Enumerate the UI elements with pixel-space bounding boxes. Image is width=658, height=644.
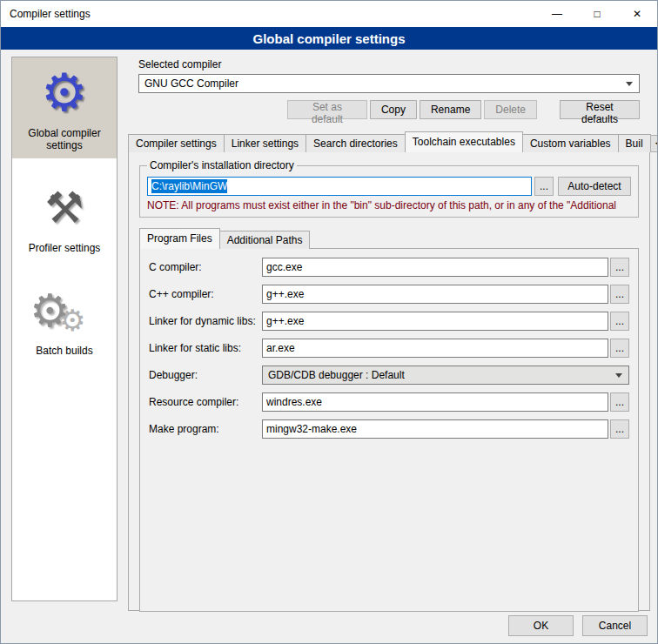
- installation-directory-row: C:\raylib\MinGW ... Auto-detect: [147, 177, 631, 196]
- compiler-buttons-row: Set as default Copy Rename Delete Reset …: [138, 100, 640, 119]
- browse-c-compiler-button[interactable]: ...: [610, 258, 629, 277]
- tab-additional-paths[interactable]: Additional Paths: [219, 231, 311, 249]
- make-program-label: Make program:: [149, 423, 262, 435]
- close-button[interactable]: ✕: [617, 1, 657, 27]
- browse-resource-compiler-button[interactable]: ...: [610, 392, 629, 412]
- profiler-tools-icon: ⚒: [14, 176, 115, 240]
- resource-compiler-input[interactable]: [262, 392, 608, 412]
- tab-custom-variables[interactable]: Custom variables: [522, 134, 619, 152]
- copy-button[interactable]: Copy: [370, 100, 417, 119]
- cpp-compiler-row: C++ compiler: ...: [149, 285, 629, 304]
- sidebar-item-label: Global compiler settings: [14, 125, 115, 151]
- c-compiler-input[interactable]: [262, 258, 608, 277]
- dialog-content: ⚙ Global compiler settings ⚒ Profiler se…: [1, 50, 657, 643]
- installation-directory-group-title: Compiler's installation directory: [147, 159, 297, 171]
- main-panel: Selected compiler GNU GCC Compiler Set a…: [128, 57, 650, 611]
- browse-dynamic-linker-button[interactable]: ...: [610, 312, 629, 331]
- tab-linker-settings[interactable]: Linker settings: [224, 134, 306, 152]
- program-files-tabstrip: Program Files Additional Paths: [139, 228, 639, 249]
- tab-scroll-buttons: ◄ ►: [650, 135, 658, 152]
- set-as-default-button[interactable]: Set as default: [287, 100, 367, 119]
- delete-button[interactable]: Delete: [484, 100, 537, 119]
- installation-directory-group: Compiler's installation directory C:\ray…: [139, 159, 639, 218]
- dialog-footer: OK Cancel: [500, 615, 648, 636]
- window-title: Compiler settings: [1, 8, 91, 20]
- maximize-button[interactable]: □: [577, 1, 617, 27]
- debugger-label: Debugger:: [149, 369, 262, 381]
- auto-detect-button[interactable]: Auto-detect: [558, 177, 631, 196]
- selected-compiler-value: GNU GCC Compiler: [144, 77, 238, 90]
- sidebar-item-label: Batch builds: [14, 343, 115, 357]
- gear-icon: ⚙: [59, 303, 85, 338]
- static-linker-row: Linker for static libs: ...: [149, 339, 629, 358]
- tab-scroll-left-button[interactable]: ◄: [650, 135, 658, 152]
- debugger-row: Debugger: GDB/CDB debugger : Default: [149, 366, 629, 385]
- chevron-down-icon: [626, 82, 633, 86]
- static-linker-input[interactable]: [262, 339, 608, 358]
- cpp-compiler-input[interactable]: [262, 285, 608, 304]
- tab-toolchain-executables[interactable]: Toolchain executables: [405, 131, 523, 152]
- ok-button[interactable]: OK: [508, 615, 574, 636]
- tab-compiler-settings[interactable]: Compiler settings: [128, 134, 225, 152]
- rename-button[interactable]: Rename: [420, 100, 481, 119]
- note-text: NOTE: All programs must exist either in …: [147, 199, 631, 211]
- resource-compiler-label: Resource compiler:: [149, 396, 262, 408]
- sidebar-item-batch-builds[interactable]: ⚙ ⚙ Batch builds: [12, 275, 117, 364]
- cpp-compiler-label: C++ compiler:: [149, 288, 262, 300]
- program-files-panel: C compiler: ... C++ compiler: ... Linker…: [139, 248, 639, 612]
- window-controls: — □ ✕: [537, 1, 657, 27]
- dynamic-linker-input[interactable]: [262, 312, 608, 331]
- c-compiler-row: C compiler: ...: [149, 258, 629, 277]
- installation-directory-input[interactable]: C:\raylib\MinGW: [147, 177, 532, 196]
- chevron-down-icon: [615, 373, 622, 378]
- titlebar: Compiler settings — □ ✕: [1, 1, 657, 27]
- make-program-row: Make program: ...: [149, 419, 629, 439]
- reset-defaults-button[interactable]: Reset defaults: [560, 100, 640, 119]
- minimize-button[interactable]: —: [537, 1, 577, 27]
- settings-tabstrip: Compiler settings Linker settings Search…: [128, 131, 650, 152]
- dynamic-linker-label: Linker for dynamic libs:: [149, 315, 262, 327]
- cancel-button[interactable]: Cancel: [582, 615, 648, 636]
- browse-directory-button[interactable]: ...: [534, 177, 554, 196]
- gear-icon: ⚙: [14, 61, 115, 125]
- static-linker-label: Linker for static libs:: [149, 342, 262, 354]
- selected-compiler-label: Selected compiler: [138, 58, 650, 70]
- browse-cpp-compiler-button[interactable]: ...: [610, 285, 629, 304]
- resource-compiler-row: Resource compiler: ...: [149, 392, 629, 412]
- debugger-dropdown[interactable]: GDB/CDB debugger : Default: [262, 366, 629, 385]
- page-title: Global compiler settings: [1, 27, 657, 50]
- tab-program-files[interactable]: Program Files: [139, 228, 220, 249]
- tab-search-directories[interactable]: Search directories: [306, 134, 406, 152]
- make-program-input[interactable]: [262, 419, 608, 439]
- browse-static-linker-button[interactable]: ...: [610, 339, 629, 358]
- c-compiler-label: C compiler:: [149, 261, 262, 273]
- selected-compiler-dropdown[interactable]: GNU GCC Compiler: [138, 74, 640, 93]
- tab-build-truncated[interactable]: Buil: [618, 134, 651, 152]
- sidebar-item-global-compiler-settings[interactable]: ⚙ Global compiler settings: [12, 57, 117, 158]
- sidebar-item-profiler-settings[interactable]: ⚒ Profiler settings: [12, 172, 117, 261]
- sidebar: ⚙ Global compiler settings ⚒ Profiler se…: [11, 57, 118, 601]
- installation-directory-value: C:\raylib\MinGW: [151, 179, 227, 193]
- dynamic-linker-row: Linker for dynamic libs: ...: [149, 312, 629, 331]
- debugger-value: GDB/CDB debugger : Default: [268, 369, 405, 381]
- toolchain-executables-panel: Compiler's installation directory C:\ray…: [128, 151, 650, 611]
- batch-builds-gears-icon: ⚙ ⚙: [14, 278, 115, 343]
- sidebar-item-label: Profiler settings: [14, 240, 115, 254]
- browse-make-program-button[interactable]: ...: [610, 419, 629, 439]
